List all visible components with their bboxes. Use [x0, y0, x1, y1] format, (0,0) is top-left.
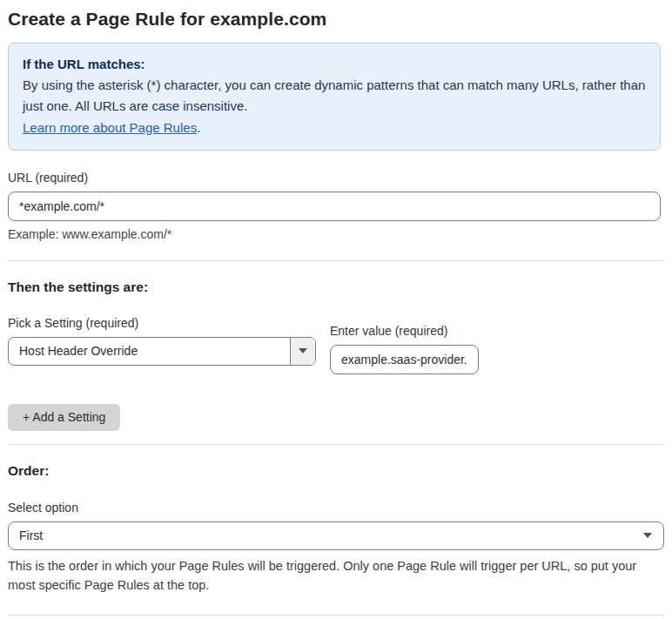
divider [8, 615, 664, 616]
order-select-label: Select option [8, 501, 664, 515]
order-help-text: This is the order in which your Page Rul… [8, 556, 659, 595]
url-input[interactable] [8, 192, 661, 221]
page-title: Create a Page Rule for example.com [8, 9, 664, 30]
enter-value-column: Enter value (required) [330, 324, 479, 374]
divider [8, 444, 664, 445]
info-link-line: Learn more about Page Rules. [23, 118, 646, 138]
pick-setting-label: Pick a Setting (required) [8, 316, 316, 330]
info-box-heading: If the URL matches: [23, 54, 646, 75]
order-select[interactable]: First [8, 521, 664, 550]
create-page-rule-form: Create a Page Rule for example.com If th… [0, 0, 672, 619]
order-select-arrow-wrap [643, 522, 663, 549]
divider [8, 260, 664, 261]
info-box-body: By using the asterisk (*) character, you… [23, 75, 646, 118]
add-setting-button[interactable]: + Add a Setting [8, 404, 120, 431]
caret-down-icon [299, 348, 307, 353]
url-example-text: Example: www.example.com/* [8, 227, 664, 241]
settings-section-heading: Then the settings are: [8, 279, 664, 295]
learn-more-link[interactable]: Learn more about Page Rules [23, 120, 197, 135]
pick-setting-column: Pick a Setting (required) Host Header Ov… [8, 316, 316, 366]
link-suffix-period: . [197, 120, 200, 135]
caret-down-icon [643, 533, 652, 538]
order-section-heading: Order: [8, 463, 664, 479]
order-select-value: First [9, 522, 643, 549]
settings-row: Pick a Setting (required) Host Header Ov… [8, 316, 664, 374]
setting-value-input[interactable] [330, 345, 479, 374]
setting-select-arrow-section[interactable] [290, 338, 315, 365]
setting-select[interactable]: Host Header Override [8, 337, 316, 366]
enter-value-label: Enter value (required) [330, 324, 479, 338]
setting-select-value: Host Header Override [9, 338, 290, 365]
url-field-label: URL (required) [8, 171, 664, 185]
url-matches-info-box: If the URL matches: By using the asteris… [8, 43, 661, 151]
